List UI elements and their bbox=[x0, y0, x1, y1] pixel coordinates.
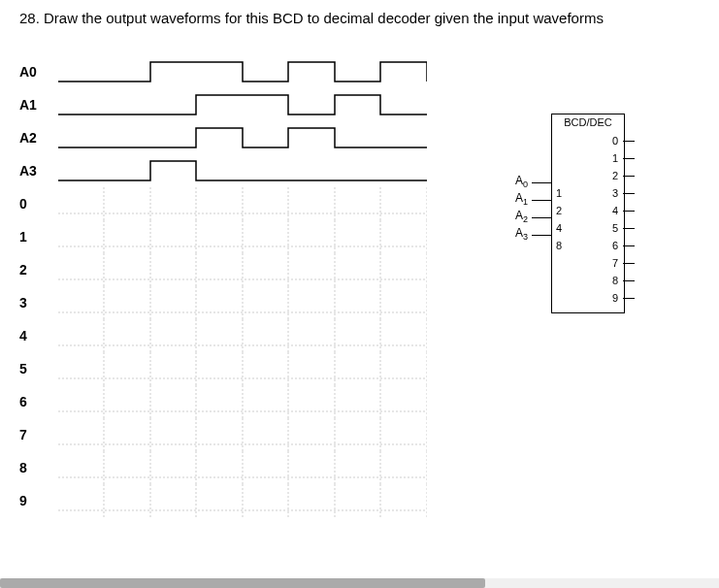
timing-diagram: A0 A1 A2 A3 bbox=[19, 55, 475, 517]
row-label: 0 bbox=[19, 196, 58, 212]
decoder-box: BCD/DEC 1 2 4 8 0 1 2 3 4 5 bbox=[551, 114, 625, 313]
content-area: A0 A1 A2 A3 bbox=[19, 55, 700, 517]
waveform-blank bbox=[58, 220, 427, 253]
decoder-input-a1: A1 bbox=[505, 189, 551, 207]
decoder-weight-1: 1 bbox=[552, 184, 587, 202]
decoder-output-2: 2 bbox=[587, 167, 622, 184]
waveform-blank bbox=[58, 286, 427, 319]
waveform-blank bbox=[58, 451, 427, 484]
waveform-blank bbox=[58, 253, 427, 286]
waveform-blank bbox=[58, 385, 427, 418]
row-label: 2 bbox=[19, 262, 58, 278]
signal-row-6: 6 bbox=[19, 385, 475, 418]
row-label: 6 bbox=[19, 394, 58, 409]
decoder-output-4: 4 bbox=[587, 202, 622, 219]
signal-row-2: 2 bbox=[19, 253, 475, 286]
decoder-input-a0: A0 bbox=[505, 172, 551, 189]
row-label: 7 bbox=[19, 427, 58, 442]
decoder-output-1: 1 bbox=[587, 149, 622, 167]
waveform-a1 bbox=[58, 88, 427, 121]
decoder-output-3: 3 bbox=[587, 184, 622, 202]
decoder-weight-2: 2 bbox=[552, 202, 587, 219]
row-label: A1 bbox=[19, 97, 58, 113]
row-label: A2 bbox=[19, 130, 58, 146]
waveform-a0 bbox=[58, 55, 427, 88]
waveform-a3 bbox=[58, 154, 427, 187]
row-label: 1 bbox=[19, 229, 58, 245]
signal-row-a1: A1 bbox=[19, 88, 475, 121]
waveform-blank bbox=[58, 484, 427, 517]
signal-row-8: 8 bbox=[19, 451, 475, 484]
row-label: A0 bbox=[19, 64, 58, 80]
decoder-weight-8: 8 bbox=[552, 237, 587, 254]
decoder-output-7: 7 bbox=[587, 254, 622, 272]
signal-row-a3: A3 bbox=[19, 154, 475, 187]
decoder-input-a2: A2 bbox=[505, 207, 551, 224]
signal-row-0: 0 bbox=[19, 187, 475, 220]
signal-row-7: 7 bbox=[19, 418, 475, 451]
waveform-blank bbox=[58, 319, 427, 352]
waveform-blank bbox=[58, 352, 427, 385]
signal-row-3: 3 bbox=[19, 286, 475, 319]
decoder-symbol: A0 A1 A2 A3 BCD/DEC 1 2 4 8 0 1 bbox=[505, 114, 625, 313]
decoder-output-8: 8 bbox=[587, 272, 622, 289]
waveform-a2 bbox=[58, 121, 427, 154]
row-label: 4 bbox=[19, 328, 58, 343]
decoder-output-0: 0 bbox=[587, 132, 622, 149]
decoder-weight-4: 4 bbox=[552, 219, 587, 237]
signal-row-5: 5 bbox=[19, 352, 475, 385]
decoder-title: BCD/DEC bbox=[552, 114, 624, 130]
signal-row-a2: A2 bbox=[19, 121, 475, 154]
decoder-output-5: 5 bbox=[587, 219, 622, 237]
signal-row-1: 1 bbox=[19, 220, 475, 253]
decoder-output-6: 6 bbox=[587, 237, 622, 254]
waveform-blank bbox=[58, 418, 427, 451]
waveform-blank bbox=[58, 187, 427, 220]
row-label: 8 bbox=[19, 460, 58, 475]
decoder-output-9: 9 bbox=[587, 289, 622, 307]
signal-row-a0: A0 bbox=[19, 55, 475, 88]
row-label: A3 bbox=[19, 163, 58, 179]
row-label: 3 bbox=[19, 295, 58, 310]
signal-row-9: 9 bbox=[19, 484, 475, 517]
decoder-input-a3: A3 bbox=[505, 224, 551, 242]
row-label: 9 bbox=[19, 493, 58, 508]
row-label: 5 bbox=[19, 361, 58, 376]
signal-row-4: 4 bbox=[19, 319, 475, 352]
question-text: 28. Draw the output waveforms for this B… bbox=[19, 10, 700, 26]
